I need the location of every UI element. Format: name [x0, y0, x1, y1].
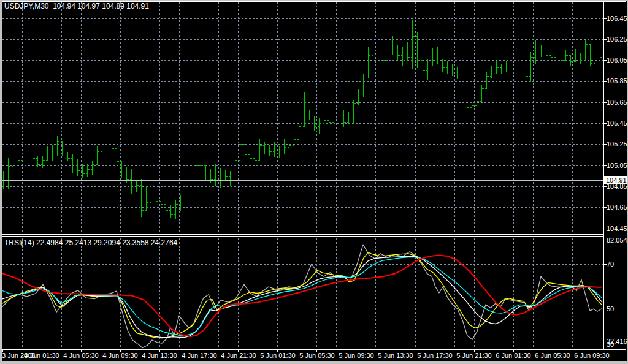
indicator-level30-label: 30 — [607, 341, 627, 349]
symbol-period-label: USDJPY,M30 — [4, 2, 48, 10]
axis-ticks — [2, 18, 607, 352]
indicator-level-label: 70 — [607, 260, 627, 268]
price-axis-label: 105.25 — [607, 140, 627, 148]
window-edge-left — [0, 0, 2, 364]
price-axis-label: 106.25 — [607, 36, 627, 44]
indicator-name-label: TRSI(14) 22.4984 25.2413 29.2094 23.3558… — [4, 238, 177, 247]
price-axis-label: 105.85 — [607, 77, 627, 85]
indicator-level-label: 50 — [607, 305, 627, 313]
time-axis-label: 6 Jun 09:30 — [569, 352, 615, 360]
indicator-max-label: 82.0548 — [607, 237, 627, 245]
chart-canvas[interactable] — [0, 0, 628, 364]
pane-borders — [2, 1, 626, 350]
white-line — [2, 257, 602, 338]
price-axis-label: 105.05 — [607, 162, 627, 170]
indicator-lines — [2, 245, 602, 348]
window-edge-top — [0, 0, 628, 1]
window-edge-bottom — [0, 361, 628, 364]
current-price-box: 104.91 — [604, 176, 627, 184]
price-axis-label: 104.65 — [607, 203, 627, 211]
ohlc-values: 104.94 104.97 104.89 104.91 — [53, 2, 149, 10]
chart-window: USDJPY,M30 104.94 104.97 104.89 104.91 T… — [0, 0, 628, 364]
price-axis-label: 104.45 — [607, 225, 627, 233]
price-axis-label: 106.45 — [607, 15, 627, 23]
ohlc-bars — [2, 20, 602, 219]
chart-title: USDJPY,M30 104.94 104.97 104.89 104.91 — [4, 2, 149, 10]
price-axis-label: 106.05 — [607, 56, 627, 64]
price-axis-label: 105.65 — [607, 99, 627, 107]
price-axis-label: 105.45 — [607, 119, 627, 127]
